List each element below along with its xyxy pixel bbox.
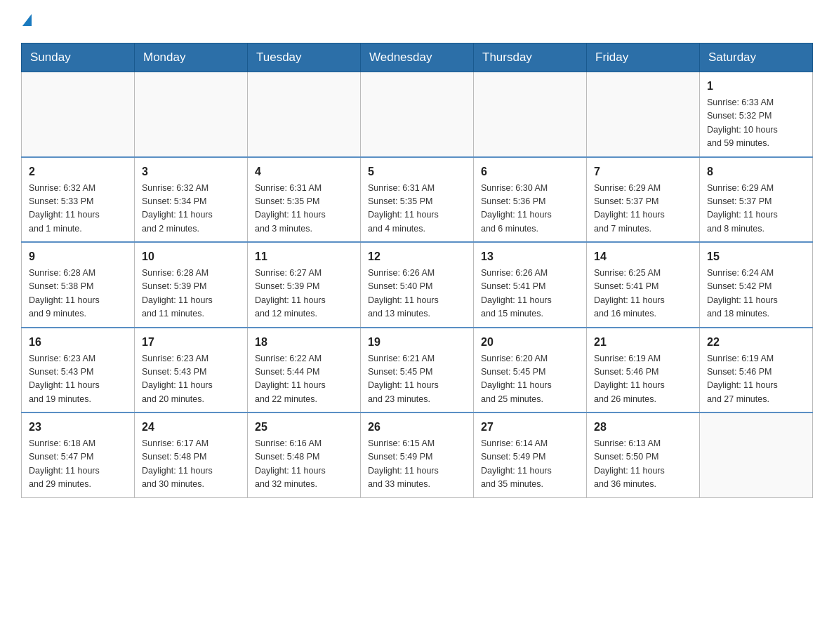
day-number: 24 [142,419,240,436]
calendar-table: SundayMondayTuesdayWednesdayThursdayFrid… [21,43,813,498]
calendar-cell [22,72,135,157]
calendar-cell [700,412,813,497]
day-info: Sunrise: 6:20 AMSunset: 5:45 PMDaylight:… [481,352,579,407]
weekday-header-row: SundayMondayTuesdayWednesdayThursdayFrid… [22,43,813,72]
calendar-cell: 14Sunrise: 6:25 AMSunset: 5:41 PMDayligh… [587,242,700,328]
calendar-cell: 13Sunrise: 6:26 AMSunset: 5:41 PMDayligh… [474,242,587,328]
day-info: Sunrise: 6:23 AMSunset: 5:43 PMDaylight:… [29,352,127,407]
day-info: Sunrise: 6:16 AMSunset: 5:48 PMDaylight:… [255,437,353,492]
calendar-week-4: 16Sunrise: 6:23 AMSunset: 5:43 PMDayligh… [22,328,813,413]
day-number: 10 [142,248,240,265]
calendar-week-2: 2Sunrise: 6:32 AMSunset: 5:33 PMDaylight… [22,157,813,243]
calendar-week-5: 23Sunrise: 6:18 AMSunset: 5:47 PMDayligh… [22,412,813,497]
calendar-cell: 21Sunrise: 6:19 AMSunset: 5:46 PMDayligh… [587,328,700,413]
day-number: 12 [368,248,466,265]
day-number: 22 [707,334,805,351]
day-number: 11 [255,248,353,265]
day-info: Sunrise: 6:18 AMSunset: 5:47 PMDaylight:… [29,437,127,492]
calendar-cell: 27Sunrise: 6:14 AMSunset: 5:49 PMDayligh… [474,412,587,497]
day-info: Sunrise: 6:26 AMSunset: 5:41 PMDaylight:… [481,267,579,321]
day-number: 15 [707,248,805,265]
day-info: Sunrise: 6:33 AMSunset: 5:32 PMDaylight:… [707,96,805,151]
day-number: 25 [255,419,353,436]
day-info: Sunrise: 6:24 AMSunset: 5:42 PMDaylight:… [707,267,805,321]
day-info: Sunrise: 6:21 AMSunset: 5:45 PMDaylight:… [368,352,466,407]
weekday-header-sunday: Sunday [22,43,135,72]
day-number: 8 [707,163,805,180]
day-info: Sunrise: 6:28 AMSunset: 5:38 PMDaylight:… [29,267,127,321]
calendar-cell: 4Sunrise: 6:31 AMSunset: 5:35 PMDaylight… [248,157,361,243]
calendar-cell: 6Sunrise: 6:30 AMSunset: 5:36 PMDaylight… [474,157,587,243]
day-info: Sunrise: 6:31 AMSunset: 5:35 PMDaylight:… [368,182,466,236]
page-header [21,14,813,29]
day-info: Sunrise: 6:19 AMSunset: 5:46 PMDaylight:… [707,352,805,407]
day-info: Sunrise: 6:14 AMSunset: 5:49 PMDaylight:… [481,437,579,492]
day-info: Sunrise: 6:22 AMSunset: 5:44 PMDaylight:… [255,352,353,407]
calendar-cell [474,72,587,157]
day-info: Sunrise: 6:30 AMSunset: 5:36 PMDaylight:… [481,182,579,236]
day-info: Sunrise: 6:17 AMSunset: 5:48 PMDaylight:… [142,437,240,492]
calendar-cell: 19Sunrise: 6:21 AMSunset: 5:45 PMDayligh… [361,328,474,413]
calendar-cell: 3Sunrise: 6:32 AMSunset: 5:34 PMDaylight… [135,157,248,243]
calendar-cell: 9Sunrise: 6:28 AMSunset: 5:38 PMDaylight… [22,242,135,328]
calendar-week-1: 1Sunrise: 6:33 AMSunset: 5:32 PMDaylight… [22,72,813,157]
calendar-cell: 20Sunrise: 6:20 AMSunset: 5:45 PMDayligh… [474,328,587,413]
day-number: 4 [255,163,353,180]
day-number: 14 [594,248,692,265]
day-number: 27 [481,419,579,436]
calendar-cell: 15Sunrise: 6:24 AMSunset: 5:42 PMDayligh… [700,242,813,328]
day-number: 9 [29,248,127,265]
day-info: Sunrise: 6:13 AMSunset: 5:50 PMDaylight:… [594,437,692,492]
calendar-cell: 8Sunrise: 6:29 AMSunset: 5:37 PMDaylight… [700,157,813,243]
calendar-cell [248,72,361,157]
calendar-cell: 28Sunrise: 6:13 AMSunset: 5:50 PMDayligh… [587,412,700,497]
calendar-cell: 2Sunrise: 6:32 AMSunset: 5:33 PMDaylight… [22,157,135,243]
weekday-header-friday: Friday [587,43,700,72]
calendar-cell: 1Sunrise: 6:33 AMSunset: 5:32 PMDaylight… [700,72,813,157]
day-info: Sunrise: 6:29 AMSunset: 5:37 PMDaylight:… [594,182,692,236]
calendar-cell: 26Sunrise: 6:15 AMSunset: 5:49 PMDayligh… [361,412,474,497]
day-number: 1 [707,78,805,95]
day-info: Sunrise: 6:19 AMSunset: 5:46 PMDaylight:… [594,352,692,407]
day-number: 23 [29,419,127,436]
day-info: Sunrise: 6:29 AMSunset: 5:37 PMDaylight:… [707,182,805,236]
day-number: 20 [481,334,579,351]
weekday-header-monday: Monday [135,43,248,72]
calendar-cell: 18Sunrise: 6:22 AMSunset: 5:44 PMDayligh… [248,328,361,413]
day-number: 26 [368,419,466,436]
day-number: 16 [29,334,127,351]
day-info: Sunrise: 6:25 AMSunset: 5:41 PMDaylight:… [594,267,692,321]
calendar-cell: 11Sunrise: 6:27 AMSunset: 5:39 PMDayligh… [248,242,361,328]
day-number: 21 [594,334,692,351]
day-number: 18 [255,334,353,351]
calendar-cell: 24Sunrise: 6:17 AMSunset: 5:48 PMDayligh… [135,412,248,497]
weekday-header-thursday: Thursday [474,43,587,72]
calendar-cell: 12Sunrise: 6:26 AMSunset: 5:40 PMDayligh… [361,242,474,328]
day-info: Sunrise: 6:15 AMSunset: 5:49 PMDaylight:… [368,437,466,492]
calendar-cell [361,72,474,157]
day-number: 5 [368,163,466,180]
day-number: 2 [29,163,127,180]
weekday-header-saturday: Saturday [700,43,813,72]
day-info: Sunrise: 6:28 AMSunset: 5:39 PMDaylight:… [142,267,240,321]
day-number: 19 [368,334,466,351]
calendar-cell: 10Sunrise: 6:28 AMSunset: 5:39 PMDayligh… [135,242,248,328]
day-info: Sunrise: 6:27 AMSunset: 5:39 PMDaylight:… [255,267,353,321]
calendar-cell: 5Sunrise: 6:31 AMSunset: 5:35 PMDaylight… [361,157,474,243]
day-number: 28 [594,419,692,436]
calendar-cell: 25Sunrise: 6:16 AMSunset: 5:48 PMDayligh… [248,412,361,497]
logo-triangle-icon [22,14,32,26]
day-info: Sunrise: 6:23 AMSunset: 5:43 PMDaylight:… [142,352,240,407]
day-number: 3 [142,163,240,180]
logo [21,14,32,29]
calendar-cell: 23Sunrise: 6:18 AMSunset: 5:47 PMDayligh… [22,412,135,497]
day-number: 7 [594,163,692,180]
calendar-cell: 22Sunrise: 6:19 AMSunset: 5:46 PMDayligh… [700,328,813,413]
calendar-cell [135,72,248,157]
day-info: Sunrise: 6:32 AMSunset: 5:33 PMDaylight:… [29,182,127,236]
calendar-week-3: 9Sunrise: 6:28 AMSunset: 5:38 PMDaylight… [22,242,813,328]
weekday-header-tuesday: Tuesday [248,43,361,72]
calendar-cell: 16Sunrise: 6:23 AMSunset: 5:43 PMDayligh… [22,328,135,413]
calendar-cell: 7Sunrise: 6:29 AMSunset: 5:37 PMDaylight… [587,157,700,243]
day-info: Sunrise: 6:32 AMSunset: 5:34 PMDaylight:… [142,182,240,236]
